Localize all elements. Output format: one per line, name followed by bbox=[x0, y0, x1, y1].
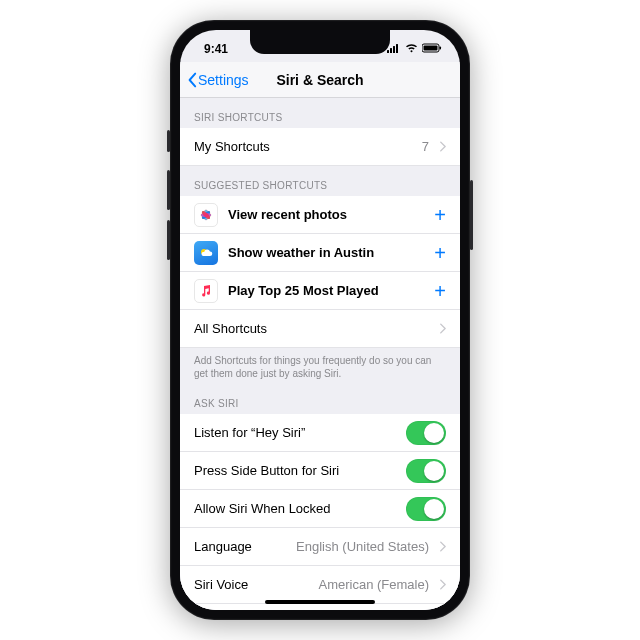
mute-switch bbox=[167, 130, 170, 152]
row-detail: American (Female) bbox=[318, 577, 429, 592]
row-all-shortcuts[interactable]: All Shortcuts bbox=[180, 310, 460, 348]
toggle-switch[interactable] bbox=[406, 421, 446, 445]
row-label: Language bbox=[194, 539, 286, 554]
chevron-right-icon bbox=[439, 579, 446, 590]
row-label: Show weather in Austin bbox=[228, 245, 424, 260]
row-label: My Shortcuts bbox=[194, 139, 412, 154]
device-frame: 9:41 Settings Siri & Search SIRI bbox=[170, 20, 470, 620]
toggle-switch[interactable] bbox=[406, 497, 446, 521]
row-label: Siri Voice bbox=[194, 577, 308, 592]
row-label: Listen for “Hey Siri” bbox=[194, 425, 396, 440]
home-indicator[interactable] bbox=[265, 600, 375, 604]
section-header-ask-siri: ASK SIRI bbox=[180, 384, 460, 414]
back-label: Settings bbox=[198, 72, 249, 88]
volume-down-button bbox=[167, 220, 170, 260]
svg-rect-1 bbox=[390, 48, 392, 53]
svg-rect-0 bbox=[387, 50, 389, 53]
section-header-siri-shortcuts: SIRI SHORTCUTS bbox=[180, 98, 460, 128]
wifi-icon bbox=[405, 42, 418, 56]
row-language[interactable]: Language English (United States) bbox=[180, 528, 460, 566]
side-button bbox=[470, 180, 473, 250]
notch bbox=[250, 30, 390, 54]
add-shortcut-button[interactable]: + bbox=[434, 243, 446, 263]
row-press-side-button[interactable]: Press Side Button for Siri bbox=[180, 452, 460, 490]
row-label: Play Top 25 Most Played bbox=[228, 283, 424, 298]
photos-app-icon bbox=[194, 203, 218, 227]
chevron-right-icon bbox=[439, 541, 446, 552]
svg-rect-2 bbox=[393, 46, 395, 53]
row-my-shortcuts[interactable]: My Shortcuts 7 bbox=[180, 128, 460, 166]
nav-bar: Settings Siri & Search bbox=[180, 62, 460, 98]
status-time: 9:41 bbox=[204, 42, 228, 56]
row-suggested-photos[interactable]: View recent photos + bbox=[180, 196, 460, 234]
add-shortcut-button[interactable]: + bbox=[434, 281, 446, 301]
row-voice-feedback[interactable]: Voice Feedback Always bbox=[180, 604, 460, 610]
row-siri-voice[interactable]: Siri Voice American (Female) bbox=[180, 566, 460, 604]
row-detail: English (United States) bbox=[296, 539, 429, 554]
row-allow-when-locked[interactable]: Allow Siri When Locked bbox=[180, 490, 460, 528]
row-label: All Shortcuts bbox=[194, 321, 429, 336]
row-listen-hey-siri[interactable]: Listen for “Hey Siri” bbox=[180, 414, 460, 452]
screen: 9:41 Settings Siri & Search SIRI bbox=[180, 30, 460, 610]
battery-icon bbox=[422, 42, 442, 56]
section-footer-suggested: Add Shortcuts for things you frequently … bbox=[180, 348, 460, 384]
section-header-suggested: SUGGESTED SHORTCUTS bbox=[180, 166, 460, 196]
settings-scroll[interactable]: SIRI SHORTCUTS My Shortcuts 7 SUGGESTED … bbox=[180, 98, 460, 610]
back-button[interactable]: Settings bbox=[186, 72, 249, 88]
nav-title: Siri & Search bbox=[276, 72, 363, 88]
chevron-right-icon bbox=[439, 141, 446, 152]
row-label: Allow Siri When Locked bbox=[194, 501, 396, 516]
weather-app-icon bbox=[194, 241, 218, 265]
volume-up-button bbox=[167, 170, 170, 210]
toggle-switch[interactable] bbox=[406, 459, 446, 483]
row-detail-count: 7 bbox=[422, 139, 429, 154]
row-suggested-weather[interactable]: Show weather in Austin + bbox=[180, 234, 460, 272]
svg-rect-5 bbox=[424, 46, 438, 51]
row-label: View recent photos bbox=[228, 207, 424, 222]
svg-rect-3 bbox=[396, 44, 398, 53]
svg-rect-6 bbox=[440, 47, 442, 50]
chevron-left-icon bbox=[186, 72, 198, 88]
row-suggested-music[interactable]: Play Top 25 Most Played + bbox=[180, 272, 460, 310]
add-shortcut-button[interactable]: + bbox=[434, 205, 446, 225]
music-app-icon bbox=[194, 279, 218, 303]
row-label: Press Side Button for Siri bbox=[194, 463, 396, 478]
status-indicators bbox=[387, 42, 442, 56]
chevron-right-icon bbox=[439, 323, 446, 334]
